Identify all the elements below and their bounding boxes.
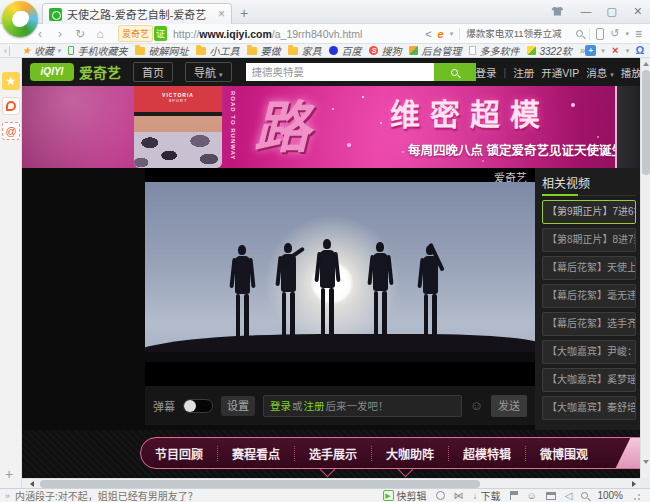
bookmark-item[interactable]: 破解网址 [135,44,188,58]
browser-360-logo[interactable] [2,1,38,37]
hot-search-input[interactable] [466,27,570,41]
zoom-level[interactable]: 100% [597,490,623,501]
related-video-item[interactable]: 【幕后花絮】毫无违和！ [542,284,636,308]
messages-link[interactable]: 消息 ▾ [586,65,613,80]
register-link[interactable]: 注册 [304,396,325,416]
mobile-sync-icon[interactable] [596,28,604,40]
maximize-button[interactable]: ▢ [606,5,616,18]
new-tab-button[interactable]: + [240,5,248,21]
scroll-right-icon[interactable] [632,481,636,487]
related-video-item[interactable]: 【幕后花絮】天使上演百 [542,256,636,280]
mention-share-icon[interactable]: @ [2,122,20,140]
network-status-icon[interactable] [436,491,445,500]
danmu-input[interactable]: 登录 或 注册 后来一发吧！ [263,395,462,417]
account-extension-icon[interactable]: + [585,45,596,56]
scroll-down-icon[interactable] [643,460,649,464]
site-name-badge[interactable]: 爱奇艺 [118,25,153,42]
video-frame[interactable] [145,182,535,362]
bookmark-item[interactable]: 手机收藏夹 [68,44,127,58]
adblock-extension-icon[interactable]: × [610,45,621,56]
address-bar: ‹ › ↻ ⌂ 爱奇艺 证 http://www.iqiyi.com/a_19r… [0,24,650,44]
site-search-button[interactable] [434,63,476,81]
related-video-item[interactable]: 【第8期正片】8进7致炮 [542,228,636,252]
bookmark-item[interactable]: 要做 [247,44,280,58]
bookmark-item[interactable]: 3322软 [527,44,571,58]
quick-cut-tool[interactable]: ▶快剪辑 [383,488,427,502]
tab-guests[interactable]: 大咖助阵 [372,445,448,462]
tab-close-icon[interactable]: × [218,8,225,20]
tab-schedule[interactable]: 赛程看点 [218,445,294,462]
related-video-item[interactable]: 【大咖嘉宾】奚梦瑶：吴 [542,368,636,392]
favorite-star-button[interactable]: ★ [2,72,20,90]
bookmark-item[interactable]: 家具 [288,44,321,58]
search-icon[interactable] [576,30,583,37]
iqiyi-logo-text[interactable]: 爱奇艺 [79,62,121,82]
emoji-icon[interactable]: ☺ [470,398,483,413]
bookmark-item[interactable]: 后台管理 [409,44,461,58]
scroll-left-icon[interactable] [30,481,34,487]
send-button[interactable]: 发送 [491,395,527,417]
chevron-down-icon[interactable]: ▾ [450,30,454,38]
danmu-settings-button[interactable]: 设置 [221,396,255,416]
close-window-button[interactable]: × [634,3,642,19]
register-link[interactable]: 注册 [513,65,534,80]
vertical-scrollbar-thumb[interactable] [642,70,650,175]
nav-home[interactable]: 首页 [133,62,173,82]
related-video-item[interactable]: 【大咖嘉宾】尹峻：见面 [542,340,636,364]
forward-icon[interactable]: › [50,27,70,41]
bookmark-item[interactable]: 多多软件 [469,44,519,58]
url-field[interactable]: http://www.iqiyi.com/a_19rrh840vh.html [173,28,425,40]
chevron-down-icon[interactable]: ▾ [626,47,630,55]
vip-link[interactable]: 开通VIP [541,65,579,80]
status-news-link[interactable]: 内涵段子:对不起，姐姐已经有男朋友了？ [15,488,198,502]
tools-icon[interactable]: ⋈ [454,491,464,501]
ie-mode-icon[interactable]: e [438,28,444,40]
share-icon[interactable]: < [425,28,431,40]
video-player[interactable]: 爱奇艺 [145,168,535,385]
scroll-up-icon[interactable] [643,62,649,66]
history-link[interactable]: 播放记录 ▾ [621,65,640,80]
menu-icon[interactable]: ≡ [635,27,642,41]
mini-window-icon[interactable] [546,492,556,500]
tab-program-review[interactable]: 节目回顾 [141,445,217,462]
promo-banner[interactable]: VICTORIASPORT ROAD TO RUNWAY 路 维密超模 每周四晚… [22,86,640,168]
bookmark-item[interactable]: 小工具 [196,44,239,58]
report-flag-icon[interactable] [510,491,518,500]
vertical-scrollbar[interactable] [640,58,650,478]
skin-theme-icon[interactable] [551,7,563,16]
danmu-toggle[interactable] [183,399,213,413]
search-extension-icon[interactable]: Ω [634,45,645,56]
horizontal-scrollbar[interactable] [22,478,640,488]
tab-supermodel-special[interactable]: 超模特辑 [449,445,525,462]
weibo-share-icon[interactable] [2,97,20,115]
site-search-input[interactable] [246,63,434,81]
speaker-icon[interactable]: ◁ [565,491,573,501]
nav-menu[interactable]: 导航 ▾ [185,62,232,82]
related-video-item[interactable]: 【幕后花絮】选手齐造反 [542,312,636,336]
bookmark-favorites[interactable]: ★收藏▾ [22,44,60,58]
login-link[interactable]: 登录 [270,396,291,416]
expand-status-icon[interactable]: » [5,491,10,501]
download-tool[interactable]: ↓下载 [473,488,501,502]
minimize-button[interactable]: — [580,5,589,17]
restore-tab-icon[interactable]: ↺ [610,27,619,40]
iqiyi-logo[interactable]: iQIYI [30,63,74,81]
model-silhouette [312,239,342,340]
chevron-down-icon[interactable]: ▾ [601,47,605,55]
related-video-item[interactable]: 【第9期正片】7进6香格 [542,200,636,224]
bookmark-sogou[interactable]: S搜狗 [369,44,401,58]
chevron-down-icon[interactable]: ▾ [625,30,629,38]
zoom-search-icon[interactable] [581,492,588,499]
browser-tab[interactable]: 天使之路-爱奇艺自制-爱奇艺 × [42,3,232,24]
mood-icon[interactable]: ☺ [527,491,537,501]
login-link[interactable]: 登录 [476,65,497,80]
related-video-item[interactable]: 【大咖嘉宾】秦舒培：储 [542,396,636,420]
add-sidebar-icon[interactable]: + [5,466,13,482]
refresh-icon[interactable]: ↻ [70,27,90,41]
tab-contestants[interactable]: 选手展示 [295,445,371,462]
home-icon[interactable]: ⌂ [90,27,110,41]
bookmark-baidu[interactable]: 百度 [329,44,361,58]
collapse-sidebar-icon[interactable]: ‹ [4,46,10,56]
tab-weibo[interactable]: 微博围观 [526,445,602,462]
more-section-wedge[interactable]: 人 [612,437,640,469]
